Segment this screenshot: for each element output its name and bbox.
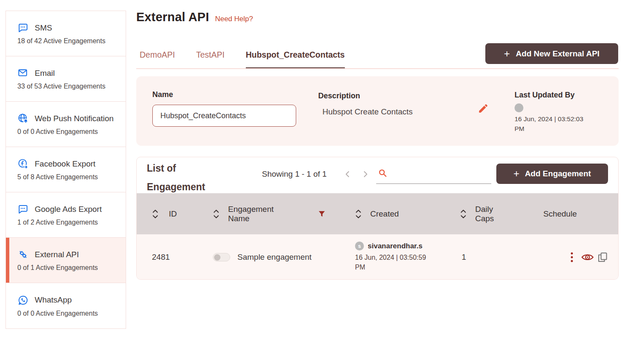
sidebar-item-status: 1 of 2 Active Engagements — [17, 219, 126, 226]
avatar — [515, 103, 523, 112]
sidebar-item-sms[interactable]: SMS 18 of 42 Active Engagements — [6, 11, 126, 56]
api-details-panel: Name Description Hubspot Create Contacts… — [136, 76, 619, 146]
name-field-block: Name — [152, 90, 296, 127]
sidebar-item-label: Email — [35, 69, 55, 78]
sidebar-item-status: 18 of 42 Active Engagements — [17, 37, 126, 45]
sidebar-item-status: 33 of 53 Active Engagements — [17, 83, 126, 90]
sidebar-item-status: 5 of 8 Active Engagements — [17, 173, 126, 181]
sort-icon[interactable] — [213, 208, 220, 220]
created-cell: s sivanarendhar.s 16 Jun, 2024 | 03:50:5… — [355, 242, 435, 272]
external-api-plug-icon — [17, 249, 29, 260]
facebook-export-icon — [17, 158, 29, 170]
kebab-menu-icon[interactable] — [570, 252, 574, 263]
column-header-schedule: Schedule — [543, 209, 577, 219]
email-icon — [17, 67, 29, 79]
pagination-status: Showing 1 - 1 of 1 — [262, 170, 327, 179]
need-help-link[interactable]: Need Help? — [215, 15, 253, 23]
tabs-divider — [136, 68, 619, 69]
page-header: External API Need Help? — [136, 10, 253, 24]
chevron-left-icon[interactable] — [344, 170, 352, 178]
sms-chat-icon — [17, 22, 29, 33]
column-header-id: ID — [169, 209, 177, 219]
name-label: Name — [152, 90, 296, 99]
sidebar-item-facebook-export[interactable]: Facebook Export 5 of 8 Active Engagement… — [6, 147, 126, 192]
last-updated-value: 16 Jun, 2024 | 03:52:03 PM — [515, 114, 591, 133]
tab-hubspot-createcontacts[interactable]: Hubspot_CreateContacts — [246, 50, 345, 69]
search-field — [376, 167, 491, 184]
sidebar-item-label: Facebook Export — [35, 159, 96, 169]
tab-demoapi[interactable]: DemoAPI — [140, 50, 175, 69]
description-label: Description — [318, 92, 413, 100]
toggle-knob — [214, 254, 220, 261]
engagement-list-panel: List of Engagement Showing 1 - 1 of 1 + … — [136, 157, 619, 280]
sidebar-item-google-ads-export[interactable]: Google Ads Export 1 of 2 Active Engageme… — [6, 192, 126, 238]
add-engagement-button[interactable]: + Add Engagement — [496, 164, 608, 184]
sidebar-item-status: 0 of 0 Active Engagements — [17, 128, 126, 136]
name-input[interactable] — [152, 105, 296, 127]
last-updated-block: Last Updated By 16 Jun, 2024 | 03:52:03 … — [515, 91, 595, 133]
engagement-table-header: ID Engagement Name Created Daily Caps Sc… — [137, 193, 619, 234]
sidebar-item-label: SMS — [35, 23, 52, 33]
daily-caps-value: 1 — [462, 253, 466, 262]
created-at: 16 Jun, 2024 | 03:50:59 PM — [355, 253, 429, 272]
channel-sidebar: SMS 18 of 42 Active Engagements Email 33… — [6, 11, 126, 329]
sidebar-item-label: External API — [35, 250, 79, 259]
tab-testapi[interactable]: TestAPI — [196, 50, 224, 69]
sidebar-item-external-api[interactable]: External API 0 of 1 Active Engagements — [6, 238, 126, 283]
engagement-active-toggle[interactable] — [213, 253, 230, 261]
description-block: Description Hubspot Create Contacts — [318, 92, 413, 117]
api-tabs: DemoAPI TestAPI Hubspot_CreateContacts — [140, 50, 345, 69]
whatsapp-icon — [17, 295, 29, 306]
page-title: External API — [136, 10, 209, 24]
plus-icon: + — [504, 49, 510, 59]
engagement-list-title: List of Engagement — [147, 159, 236, 196]
filter-icon[interactable] — [318, 210, 326, 218]
column-header-created: Created — [370, 209, 399, 219]
add-engagement-label: Add Engagement — [525, 169, 591, 178]
column-header-daily-caps: Daily Caps — [475, 205, 505, 223]
search-input[interactable] — [376, 167, 491, 184]
copy-icon[interactable] — [597, 252, 608, 263]
sidebar-item-label: Web Push Notification — [35, 114, 114, 123]
plus-icon: + — [513, 169, 519, 179]
sort-icon[interactable] — [355, 208, 362, 220]
sidebar-item-status: 0 of 0 Active Engagements — [17, 310, 126, 317]
sort-icon[interactable] — [460, 208, 467, 220]
description-value: Hubspot Create Contacts — [322, 107, 413, 117]
chevron-right-icon[interactable] — [361, 170, 369, 178]
web-push-icon — [17, 113, 29, 124]
sidebar-item-label: Google Ads Export — [35, 205, 102, 214]
sidebar-item-status: 0 of 1 Active Engagements — [17, 264, 126, 272]
add-new-external-api-button[interactable]: + Add New External API — [485, 43, 618, 64]
engagement-id: 2481 — [152, 253, 170, 262]
active-indicator — [6, 238, 9, 283]
engagement-name: Sample engagement — [237, 253, 311, 262]
avatar: s — [355, 242, 364, 250]
sort-icon[interactable] — [152, 208, 159, 220]
eye-icon[interactable] — [581, 252, 594, 262]
sidebar-item-email[interactable]: Email 33 of 53 Active Engagements — [6, 56, 126, 102]
edit-pencil-icon[interactable] — [477, 103, 489, 114]
created-by-username: sivanarendhar.s — [368, 242, 422, 250]
sidebar-item-web-push[interactable]: Web Push Notification 0 of 0 Active Enga… — [6, 102, 126, 147]
column-header-engagement-name: Engagement Name — [228, 205, 292, 223]
sidebar-item-whatsapp[interactable]: WhatsApp 0 of 0 Active Engagements — [6, 283, 126, 328]
add-new-external-api-label: Add New External API — [516, 49, 600, 58]
sidebar-item-label: WhatsApp — [35, 295, 72, 305]
search-icon — [378, 168, 388, 178]
table-row: 2481 Sample engagement s sivanarendhar.s… — [137, 234, 619, 280]
last-updated-label: Last Updated By — [515, 91, 595, 100]
google-ads-export-icon — [17, 203, 29, 215]
